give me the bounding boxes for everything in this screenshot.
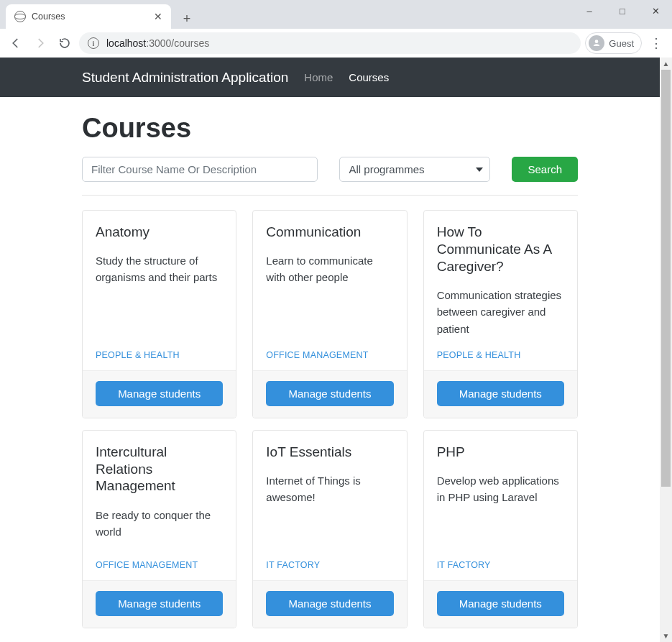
close-tab-icon[interactable]: ✕	[154, 11, 162, 22]
course-title: Anatomy	[96, 224, 223, 241]
course-card: IoT EssentialsInternet of Things is awes…	[252, 430, 407, 628]
browser-menu-button[interactable]: ⋮	[646, 35, 666, 51]
course-card: CommunicationLearn to communicate with o…	[252, 210, 407, 418]
course-description: Learn to communicate with other people	[266, 252, 393, 286]
filter-input[interactable]	[82, 157, 318, 182]
course-title: IoT Essentials	[266, 444, 393, 461]
window-minimize-button[interactable]: –	[573, 0, 606, 22]
course-programme-tag[interactable]: IT FACTORY	[266, 560, 393, 570]
course-programme-tag[interactable]: IT FACTORY	[437, 560, 564, 570]
back-button[interactable]	[6, 33, 26, 53]
course-title: PHP	[437, 444, 564, 461]
course-description: Internet of Things is awesome!	[266, 472, 393, 506]
new-tab-button[interactable]: +	[177, 9, 197, 29]
course-title: Intercultural Relations Management	[96, 444, 223, 495]
search-button[interactable]: Search	[512, 157, 578, 182]
address-bar[interactable]: i localhost:3000/courses	[79, 32, 581, 54]
nav-link-courses[interactable]: Courses	[349, 71, 389, 83]
scrollbar-thumb[interactable]	[661, 70, 671, 487]
course-description: Develop web applications in PHP using La…	[437, 472, 564, 506]
browser-tab[interactable]: Courses ✕	[6, 4, 171, 29]
forward-button[interactable]	[30, 33, 50, 53]
nav-link-home[interactable]: Home	[304, 71, 333, 83]
profile-chip[interactable]: Guest	[585, 32, 642, 54]
course-programme-tag[interactable]: OFFICE MANAGEMENT	[266, 350, 393, 360]
scroll-down-icon[interactable]: ▼	[660, 630, 672, 642]
scroll-up-icon[interactable]: ▲	[660, 58, 672, 70]
globe-icon	[14, 11, 26, 22]
reload-button[interactable]	[55, 33, 75, 53]
course-programme-tag[interactable]: OFFICE MANAGEMENT	[96, 560, 223, 570]
url-text: localhost:3000/courses	[106, 37, 209, 49]
course-description: Communication strategies between caregiv…	[437, 287, 564, 337]
vertical-scrollbar[interactable]: ▲ ▼	[660, 58, 672, 642]
manage-students-button[interactable]: Manage students	[96, 591, 223, 616]
course-programme-tag[interactable]: PEOPLE & HEALTH	[96, 350, 223, 360]
manage-students-button[interactable]: Manage students	[437, 591, 564, 616]
divider	[82, 195, 578, 196]
brand[interactable]: Student Administration Application	[82, 70, 288, 86]
avatar-icon	[589, 35, 604, 51]
course-description: Study the structure of organisms and the…	[96, 252, 223, 286]
window-maximize-button[interactable]: □	[606, 0, 639, 22]
navbar: Student Administration Application Home …	[0, 58, 660, 97]
manage-students-button[interactable]: Manage students	[266, 381, 393, 406]
programme-select[interactable]: All programmes	[339, 157, 490, 182]
window-close-button[interactable]: ✕	[639, 0, 672, 22]
page-title: Courses	[82, 113, 578, 144]
course-programme-tag[interactable]: PEOPLE & HEALTH	[437, 350, 564, 360]
filter-row: All programmes Search	[82, 157, 578, 182]
browser-chrome: – □ ✕ Courses ✕ + i localhost:3000/cours…	[0, 0, 672, 58]
page-viewport: Student Administration Application Home …	[0, 58, 660, 642]
course-grid: AnatomyStudy the structure of organisms …	[82, 210, 578, 628]
course-description: Be ready to conquer the world	[96, 507, 223, 541]
course-title: Communication	[266, 224, 393, 241]
course-card: AnatomyStudy the structure of organisms …	[82, 210, 236, 418]
manage-students-button[interactable]: Manage students	[437, 381, 564, 406]
site-info-icon[interactable]: i	[88, 37, 99, 49]
profile-label: Guest	[609, 38, 634, 49]
tab-title: Courses	[32, 12, 65, 22]
course-card: PHPDevelop web applications in PHP using…	[423, 430, 578, 628]
manage-students-button[interactable]: Manage students	[266, 591, 393, 616]
course-title: How To Communicate As A Caregiver?	[437, 224, 564, 275]
course-card: How To Communicate As A Caregiver?Commun…	[423, 210, 578, 418]
manage-students-button[interactable]: Manage students	[96, 381, 223, 406]
course-card: Intercultural Relations ManagementBe rea…	[82, 430, 236, 628]
